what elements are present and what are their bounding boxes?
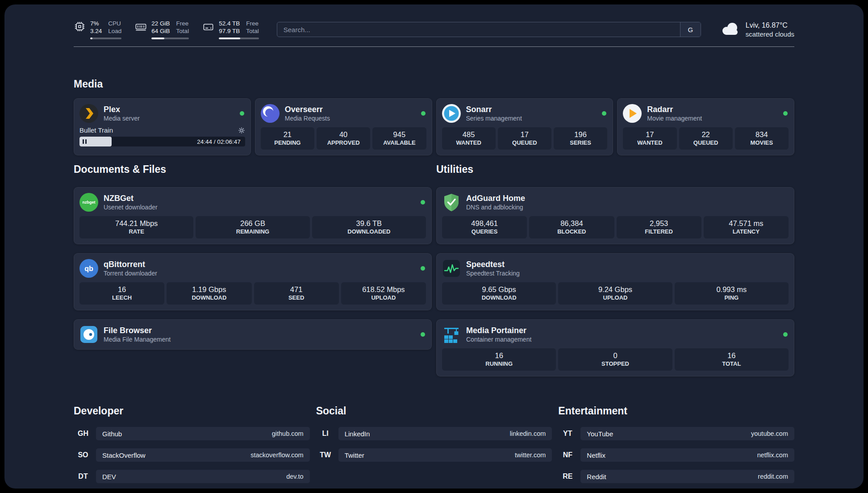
stat-value: 945 (374, 130, 424, 139)
stat-value: 16 (444, 351, 554, 360)
app-card-filebrowser[interactable]: File Browser Media File Management (74, 319, 432, 350)
weather-condition: scattered clouds (746, 30, 794, 38)
app-meta: qBittorrent Torrent downloader (104, 259, 157, 277)
dashboard: 7% 3.24 CPU Load (4, 4, 864, 489)
stat-leech: 16 LEECH (79, 282, 164, 305)
bookmark-netflix[interactable]: NF Netflix netflix.com (558, 448, 794, 462)
bookmark-twitter[interactable]: TW Twitter twitter.com (316, 448, 552, 462)
stat-remaining: 266 GB REMAINING (196, 216, 309, 238)
app-card-speedtest[interactable]: Speedtest Speedtest Tracking 9.65 Gbps D… (436, 253, 794, 310)
cpu-load-value: 3.24 (90, 27, 102, 35)
status-dot (602, 111, 606, 116)
search-input[interactable] (277, 22, 680, 37)
stat-value: 86,384 (531, 219, 612, 228)
stat-value: 485 (444, 130, 494, 139)
bookmark-abbr: LI (316, 430, 335, 438)
stat-label: QUEUED (500, 139, 550, 146)
app-card-portainer[interactable]: Media Portainer Container management 16 … (436, 319, 794, 376)
bookmark-stackoverflow[interactable]: SO StackOverflow stackoverflow.com (74, 448, 310, 462)
stat-label: AVAILABLE (374, 139, 424, 146)
stat-available: 945 AVAILABLE (372, 127, 426, 150)
stat-value: 22 (681, 130, 731, 139)
bookmark-abbr: GH (74, 430, 92, 438)
cpu-meter (90, 38, 121, 39)
radarr-icon (623, 104, 642, 123)
stat-approved: 40 APPROVED (317, 127, 370, 150)
cpu-load-label: Load (108, 27, 121, 35)
app-desc: Media Requests (285, 115, 330, 122)
disk-total-label: Total (246, 27, 259, 35)
stat-value: 16 (676, 351, 787, 360)
playback-time: 24:44 / 02:06:47 (197, 138, 241, 145)
stat-value: 17 (500, 130, 550, 139)
stat-upload: 9.24 Gbps UPLOAD (558, 282, 672, 305)
stat-label: REMAINING (197, 228, 308, 235)
bookmark-abbr: YT (558, 430, 577, 438)
bookmark-abbr: TW (316, 451, 335, 459)
disk-icon (202, 21, 214, 39)
app-card-qbittorrent[interactable]: qb qBittorrent Torrent downloader 16 LEE… (74, 253, 432, 310)
bookmark-reddit[interactable]: RE Reddit reddit.com (558, 470, 794, 483)
app-card-nzbget[interactable]: nzbget NZBGet Usenet downloader 744.21 M… (74, 187, 432, 244)
bookmark-github[interactable]: GH Github github.com (74, 427, 310, 440)
gear-icon[interactable] (238, 127, 245, 134)
stat-stopped: 0 STOPPED (558, 348, 672, 371)
stat-label: LATENCY (705, 228, 787, 235)
adguard-icon (442, 193, 461, 212)
bookmark-linkedin[interactable]: LI LinkedIn linkedin.com (316, 427, 552, 440)
ram-readout: 22 GiB 64 GiB Free Total (151, 20, 189, 39)
bookmark-name: Reddit (587, 473, 606, 480)
stat-label: RATE (81, 228, 192, 235)
stat-value: 9.65 Gbps (444, 285, 554, 294)
app-desc: Series management (466, 115, 522, 122)
app-card-plex[interactable]: Plex Media server Bullet Train (74, 98, 251, 155)
ram-meter-fill (151, 38, 164, 39)
stat-value: 40 (318, 130, 368, 139)
app-name: Radarr (647, 104, 702, 115)
bookmark-dev[interactable]: DT DEV dev.to (74, 470, 310, 483)
stat-value: 834 (737, 130, 787, 139)
bookmarks-social: Social LI LinkedIn linkedin.com TW Twitt… (316, 405, 552, 489)
search-engine-button[interactable]: G (680, 22, 701, 37)
stat-ping: 0.993 ms PING (675, 282, 789, 305)
stat-label: UPLOAD (343, 294, 424, 301)
ram-widget: 22 GiB 64 GiB Free Total (135, 20, 189, 39)
bookmark-youtube[interactable]: YT YouTube youtube.com (558, 427, 794, 440)
stat-value: 744.21 Mbps (81, 219, 192, 228)
stat-value: 196 (555, 130, 605, 139)
pause-icon[interactable] (83, 139, 87, 144)
app-name: Media Portainer (466, 326, 531, 336)
stat-running: 16 RUNNING (442, 348, 556, 371)
app-desc: Movie management (647, 115, 702, 122)
section-title-documents: Documents & Files (74, 163, 432, 175)
stat-value: 17 (625, 130, 675, 139)
bookmark-url: netflix.com (757, 451, 788, 459)
stat-downloaded: 39.6 TB DOWNLOADED (312, 216, 426, 238)
stat-upload: 618.52 Mbps UPLOAD (341, 282, 426, 305)
cpu-label: CPU (108, 20, 121, 27)
media-grid: Plex Media server Bullet Train (74, 98, 794, 155)
status-dot (783, 332, 788, 337)
stat-value: 47.571 ms (705, 219, 787, 228)
app-meta: File Browser Media File Management (104, 326, 171, 343)
playback-progress-bar[interactable]: 24:44 / 02:06:47 (79, 137, 245, 146)
app-name: NZBGet (104, 193, 158, 204)
app-desc: Torrent downloader (104, 270, 157, 277)
utilities-column: Utilities AdGuard Home (436, 155, 794, 385)
section-title-developer: Developer (74, 405, 310, 417)
plex-now-playing: Bullet Train 24:44 / 02:06:47 (79, 126, 245, 146)
ram-total-label: Total (176, 27, 189, 35)
app-meta: NZBGet Usenet downloader (104, 193, 158, 211)
app-card-sonarr[interactable]: Sonarr Series management 485 WANTED 17 Q… (436, 98, 613, 155)
bookmark-abbr: NF (558, 451, 577, 459)
app-desc: Container management (466, 336, 531, 343)
stat-label: APPROVED (318, 139, 368, 146)
stat-label: WANTED (444, 139, 494, 146)
app-card-adguard[interactable]: AdGuard Home DNS and adblocking 498,461 … (436, 187, 794, 244)
app-card-radarr[interactable]: Radarr Movie management 17 WANTED 22 QUE… (617, 98, 794, 155)
sonarr-icon (442, 104, 461, 123)
app-card-overseerr[interactable]: Overseerr Media Requests 21 PENDING 40 A… (255, 98, 432, 155)
stat-label: QUEUED (681, 139, 731, 146)
ram-total-value: 64 GiB (151, 27, 170, 35)
cpu-icon (74, 21, 86, 39)
